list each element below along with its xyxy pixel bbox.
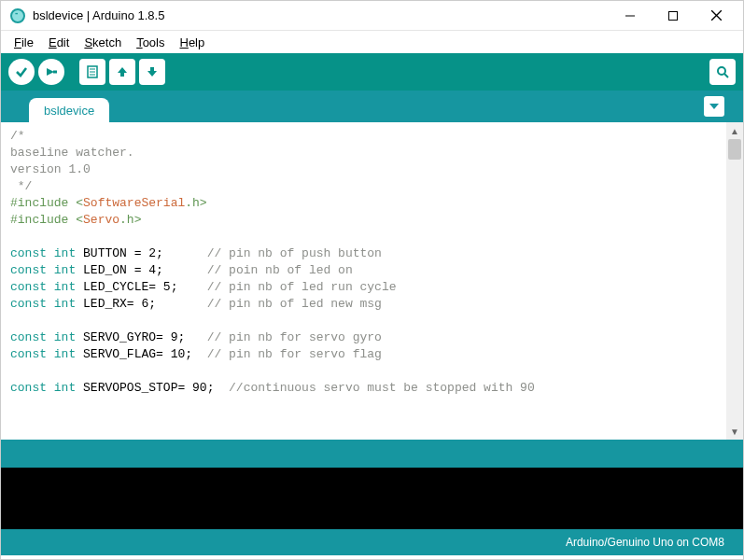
verify-button[interactable] [8,59,35,85]
code-token: // poin nb of led on [207,263,353,277]
menu-file[interactable]: File [8,34,39,51]
code-token: int [47,297,76,311]
code-token: BUTTON = 2; [76,246,206,260]
upload-button[interactable] [38,59,64,85]
new-sketch-button[interactable] [79,59,105,85]
open-sketch-button[interactable] [109,59,135,85]
code-token: const [10,246,47,260]
scroll-thumb[interactable] [728,139,741,160]
tab-active[interactable]: bsldevice [29,98,109,122]
svg-rect-1 [669,11,678,20]
code-token: int [47,330,76,344]
menu-help[interactable]: Help [174,34,210,51]
code-line: /* [10,129,25,143]
console-output[interactable] [1,468,743,529]
menu-edit-rest: dit [57,35,70,49]
toolbar [1,53,743,91]
code-line: version 1.0 [10,162,91,176]
code-token: int [47,347,76,361]
message-bar [1,440,743,468]
svg-rect-5 [53,71,57,74]
code-token: SERVO_GYRO= 9; [76,330,206,344]
code-token: //continuous servo must be stopped with … [229,381,535,395]
close-button[interactable] [695,2,737,30]
file-icon [85,64,100,79]
serial-monitor-button[interactable] [709,59,736,85]
window-title: bsldevice | Arduino 1.8.5 [33,8,164,22]
scroll-down-button[interactable]: ▼ [726,423,743,440]
code-token: SoftwareSerial [83,196,185,210]
menu-tools[interactable]: Tools [131,34,170,51]
menubar: File Edit Sketch Tools Help [1,31,743,53]
titlebar: bsldevice | Arduino 1.8.5 [1,1,743,31]
menu-tools-rest: ools [143,35,165,49]
code-token: int [47,280,76,294]
code-token: // pin nb for servo flag [207,347,382,361]
tab-strip: bsldevice [1,91,743,122]
code-token: LED_CYCLE= 5; [76,280,206,294]
code-token: .h> [119,213,141,227]
arduino-app-icon [10,8,25,23]
code-token: const [10,381,47,395]
code-token: LED_ON = 4; [76,263,206,277]
svg-marker-4 [47,68,54,76]
code-editor[interactable]: /* baseline watcher. version 1.0 */ #inc… [1,122,726,440]
arrow-down-icon [145,64,160,79]
code-token: const [10,330,47,344]
arrow-up-icon [115,64,130,79]
status-bar: Arduino/Genuino Uno on COM8 [1,529,743,555]
save-sketch-button[interactable] [139,59,165,85]
code-token: int [47,246,76,260]
code-token: const [10,263,47,277]
minimize-button[interactable] [609,2,652,30]
editor-scrollbar[interactable]: ▲ ▼ [726,122,743,440]
svg-point-14 [718,67,725,75]
code-token: // pin nb for servo gyro [207,330,382,344]
menu-sketch-rest: ketch [92,35,121,49]
menu-sketch[interactable]: Sketch [78,34,127,51]
code-token: const [10,347,47,361]
svg-marker-16 [709,104,719,109]
menu-help-rest: elp [189,35,204,49]
svg-marker-13 [147,71,157,77]
code-token: int [47,381,76,395]
maximize-button[interactable] [652,2,695,30]
code-token: // pin nb of led run cycle [207,280,397,294]
menu-file-rest: ile [21,35,34,49]
arrow-right-icon [44,64,59,79]
code-token: Servo [83,213,119,227]
code-token: const [10,280,47,294]
window-controls [609,2,737,30]
code-line: */ [10,179,32,193]
code-token: SERVOPOS_STOP= 90; [76,381,229,395]
code-token: // pin nb of push button [207,246,382,260]
menu-edit[interactable]: Edit [43,34,75,51]
code-token: // pin nb of led new msg [207,297,382,311]
code-token: int [47,263,76,277]
code-token: const [10,297,47,311]
editor-area: /* baseline watcher. version 1.0 */ #inc… [1,122,743,440]
caret-down-icon [709,102,719,111]
code-token: #include [10,213,68,227]
svg-rect-11 [120,72,124,77]
board-port-label: Arduino/Genuino Uno on COM8 [566,536,724,549]
svg-line-15 [724,74,728,77]
tab-menu-button[interactable] [704,96,724,117]
code-token: #include [10,196,68,210]
code-token: < [68,196,83,210]
code-token: LED_RX= 6; [76,297,206,311]
magnifier-icon [715,64,730,79]
scroll-up-button[interactable]: ▲ [726,122,743,139]
code-token: .h> [185,196,206,210]
check-icon [14,64,29,79]
code-line: baseline watcher. [10,146,134,160]
code-token: < [68,213,83,227]
code-token: SERVO_FLAG= 10; [76,347,206,361]
